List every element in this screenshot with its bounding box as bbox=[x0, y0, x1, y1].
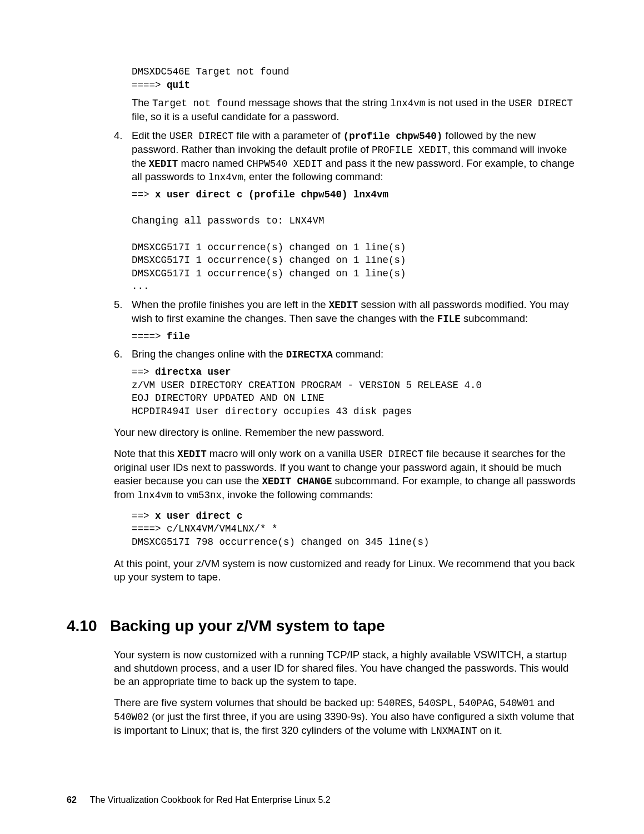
text: subcommand: bbox=[461, 312, 528, 324]
code-line: ====> c/LNX4VM/VM4LNX/* * bbox=[132, 523, 278, 534]
text: and bbox=[535, 697, 555, 708]
inline-code: 540RES bbox=[377, 698, 412, 709]
inline-code: USER DIRECT bbox=[508, 98, 573, 109]
text: , bbox=[412, 697, 418, 708]
step-number: 5. bbox=[114, 298, 122, 311]
code-prompt: ==> bbox=[132, 189, 155, 200]
inline-code: XEDIT CHANGE bbox=[262, 476, 332, 487]
inline-code: 540PAG bbox=[459, 698, 494, 709]
paragraph: At this point, your z/VM system is now c… bbox=[114, 557, 577, 584]
paragraph: There are five system volumes that shoul… bbox=[114, 696, 577, 737]
code-prompt: ==> bbox=[132, 366, 155, 378]
paragraph: The Target not found message shows that … bbox=[132, 96, 577, 123]
code-cmd: x user direct c (profile chpw540) lnx4vm bbox=[155, 189, 388, 200]
section-title: Backing up your z/VM system to tape bbox=[110, 617, 385, 634]
inline-code: USER DIRECT bbox=[169, 131, 234, 142]
page-number: 62 bbox=[67, 795, 77, 805]
text: Bring the changes online with the bbox=[132, 348, 286, 360]
inline-code: USER DIRECT bbox=[359, 449, 423, 460]
text: file with a parameter of bbox=[233, 130, 343, 141]
paragraph: Your system is now customized with a run… bbox=[114, 648, 577, 688]
code-cmd: directxa user bbox=[155, 366, 231, 378]
code-line: DMSXCG517I 798 occurrence(s) changed on … bbox=[132, 537, 430, 548]
code-output: Changing all passwords to: LNX4VM DMSXCG… bbox=[132, 215, 406, 292]
step-number: 4. bbox=[114, 129, 122, 142]
step-4: 4. Edit the USER DIRECT file with a para… bbox=[114, 129, 577, 294]
code-cmd: file bbox=[167, 331, 190, 342]
text: , bbox=[453, 697, 458, 708]
step-list: 4. Edit the USER DIRECT file with a para… bbox=[114, 129, 577, 418]
paragraph: Your new directory is online. Remember t… bbox=[114, 426, 577, 439]
inline-code: LNXMAINT bbox=[431, 726, 477, 737]
text: on it. bbox=[477, 724, 502, 736]
inline-code: vm53nx bbox=[187, 490, 222, 501]
text: message shows that the string bbox=[246, 97, 390, 108]
text: Edit the bbox=[132, 130, 169, 141]
text: The bbox=[132, 97, 152, 108]
inline-code: 540W01 bbox=[500, 698, 535, 709]
text: Note that this bbox=[114, 448, 177, 459]
page-footer: 62The Virtualization Cookbook for Red Ha… bbox=[67, 795, 577, 806]
code-block-top: DMSXDC546E Target not found ====> quit bbox=[132, 66, 577, 92]
inline-code: CHPW540 XEDIT bbox=[247, 158, 323, 170]
inline-code: Target not found bbox=[152, 98, 246, 109]
text: file, so it is a useful candidate for a … bbox=[132, 111, 339, 122]
code-prompt: ====> bbox=[132, 331, 167, 342]
text: (or just the first three, if you are usi… bbox=[114, 711, 574, 736]
text: , bbox=[494, 697, 500, 708]
inline-code: lnx4vm bbox=[390, 98, 425, 109]
step-5: 5. When the profile finishes you are lef… bbox=[114, 298, 577, 343]
text: , invoke the following commands: bbox=[222, 489, 373, 500]
footer-title: The Virtualization Cookbook for Red Hat … bbox=[90, 795, 331, 805]
paragraph: Note that this XEDIT macro will only wor… bbox=[114, 447, 577, 502]
step-6: 6. Bring the changes online with the DIR… bbox=[114, 348, 577, 418]
code-block: ====> file bbox=[132, 330, 577, 344]
text: to bbox=[172, 489, 187, 500]
inline-code: DIRECTXA bbox=[286, 349, 333, 360]
code-output: z/VM USER DIRECTORY CREATION PROGRAM - V… bbox=[132, 380, 482, 417]
code-block: ==> x user direct c (profile chpw540) ln… bbox=[132, 188, 577, 294]
inline-code: XEDIT bbox=[177, 449, 207, 460]
inline-code: lnx4vm bbox=[208, 172, 243, 183]
inline-code: XEDIT bbox=[329, 300, 358, 311]
text: , enter the following command: bbox=[243, 171, 383, 182]
code-prompt: ==> bbox=[132, 510, 155, 522]
text: macro will only work on a vanilla bbox=[207, 448, 360, 459]
text: is not used in the bbox=[425, 97, 508, 108]
body-content: DMSXDC546E Target not found ====> quit T… bbox=[114, 66, 577, 738]
text: command: bbox=[333, 348, 384, 360]
text: macro named bbox=[178, 157, 246, 169]
code-cmd: quit bbox=[167, 80, 190, 91]
inline-code: (profile chpw540) bbox=[343, 131, 443, 142]
step-number: 6. bbox=[114, 348, 122, 361]
section-heading: 4.10Backing up your z/VM system to tape bbox=[67, 616, 577, 636]
code-cmd: x user direct c bbox=[155, 510, 243, 522]
code-block: ==> x user direct c ====> c/LNX4VM/VM4LN… bbox=[132, 510, 577, 549]
inline-code: PROFILE XEDIT bbox=[372, 145, 448, 156]
code-line: DMSXDC546E Target not found bbox=[132, 66, 289, 77]
inline-code: lnx4vm bbox=[137, 490, 172, 501]
inline-code: FILE bbox=[437, 314, 461, 325]
section-number: 4.10 bbox=[67, 616, 110, 636]
inline-code: 540W02 bbox=[114, 712, 149, 723]
code-prompt: ====> bbox=[132, 80, 167, 91]
inline-code: XEDIT bbox=[149, 158, 178, 170]
page: DMSXDC546E Target not found ====> quit T… bbox=[0, 0, 644, 834]
text: There are five system volumes that shoul… bbox=[114, 697, 377, 708]
inline-code: 540SPL bbox=[418, 698, 453, 709]
text: When the profile finishes you are left i… bbox=[132, 299, 329, 310]
code-block: ==> directxa user z/VM USER DIRECTORY CR… bbox=[132, 366, 577, 419]
